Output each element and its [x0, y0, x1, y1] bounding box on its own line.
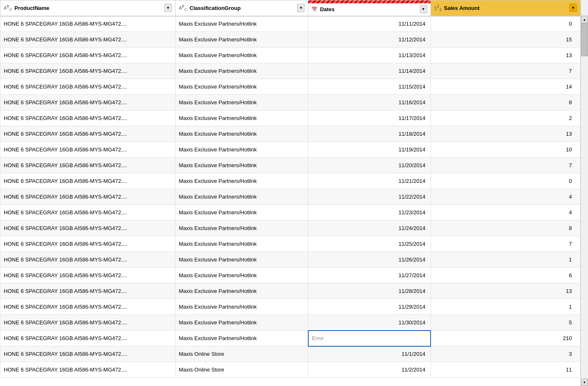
classification-cell: Maxis Exclusive Partners/Hotlink: [175, 205, 308, 221]
table-row: HONE 6 SPACEGRAY 16GB AI586-MYS-MG472...…: [0, 252, 581, 268]
sales-amount-cell: 4: [431, 189, 581, 205]
product-name-cell: HONE 6 SPACEGRAY 16GB AI586-MYS-MG472...…: [0, 110, 176, 126]
product-name-cell: HONE 6 SPACEGRAY 16GB AI586-MYS-MG472...…: [0, 126, 176, 142]
classification-group-label: ClassificationGroup: [190, 5, 241, 11]
table-row: HONE 6 SPACEGRAY 16GB AI586-MYS-MG472...…: [0, 79, 581, 95]
dates-cell: 11/24/2014: [308, 221, 431, 236]
dates-cell: 11/21/2014: [308, 173, 431, 189]
product-name-cell: HONE 6 SPACEGRAY 16GB AI586-MYS-MG472...…: [0, 221, 176, 236]
dates-cell: 11/22/2014: [308, 189, 431, 205]
table-row: HONE 6 SPACEGRAY 16GB AI586-MYS-MG472...…: [0, 299, 581, 315]
classification-cell: Maxis Online Store: [175, 346, 308, 362]
dates-header[interactable]: 📅 Dates ▼: [308, 0, 431, 16]
table-row: HONE 6 SPACEGRAY 16GB AI586-MYS-MG472...…: [0, 221, 581, 236]
classification-cell: Maxis Exclusive Partners/Hotlink: [175, 299, 308, 315]
product-name-cell: HONE 6 SPACEGRAY 16GB AI586-MYS-MG472...…: [0, 158, 176, 173]
classification-cell: Maxis Exclusive Partners/Hotlink: [175, 189, 308, 205]
dates-error-stripe: [308, 0, 430, 3]
product-name-cell: HONE 6 SPACEGRAY 16GB AI586-MYS-MG472...…: [0, 362, 176, 378]
classification-cell: Maxis Exclusive Partners/Hotlink: [175, 283, 308, 299]
dates-cell: 11/16/2014: [308, 95, 431, 110]
sales-amount-cell: 3: [431, 346, 581, 362]
sales-dropdown[interactable]: ▼: [569, 4, 577, 12]
product-name-header[interactable]: ABC ProductName ▼: [0, 0, 176, 16]
sales-amount-cell: 1: [431, 299, 581, 315]
product-name-cell: HONE 6 SPACEGRAY 16GB AI586-MYS-MG472...…: [0, 142, 176, 158]
product-name-cell: HONE 6 SPACEGRAY 16GB AI586-MYS-MG472...…: [0, 32, 176, 48]
dates-cell: 11/27/2014: [308, 268, 431, 283]
classification-cell: Maxis Exclusive Partners/Hotlink: [175, 110, 308, 126]
sales-amount-cell: 1: [431, 252, 581, 268]
data-table: ABC ProductName ▼ ABC ClassificationGrou…: [0, 0, 581, 378]
number-type-icon: 123: [434, 4, 442, 12]
scrollbar-track[interactable]: ▲ ▼: [581, 0, 588, 386]
sales-amount-label: Sales Amount: [444, 5, 479, 11]
table-row: HONE 6 SPACEGRAY 16GB AI586-MYS-MG472...…: [0, 331, 581, 346]
classification-cell: Maxis Exclusive Partners/Hotlink: [175, 331, 308, 346]
dates-cell: 11/18/2014: [308, 126, 431, 142]
classification-cell: Maxis Exclusive Partners/Hotlink: [175, 221, 308, 236]
sales-amount-cell: 10: [431, 142, 581, 158]
product-name-cell: HONE 6 SPACEGRAY 16GB AI586-MYS-MG472...…: [0, 79, 176, 95]
classification-cell: Maxis Exclusive Partners/Hotlink: [175, 95, 308, 110]
table-row: HONE 6 SPACEGRAY 16GB AI586-MYS-MG472...…: [0, 142, 581, 158]
table-row: HONE 6 SPACEGRAY 16GB AI586-MYS-MG472...…: [0, 315, 581, 331]
sales-amount-cell: 13: [431, 48, 581, 63]
dates-cell: 11/29/2014: [308, 299, 431, 315]
sales-amount-cell: 14: [431, 79, 581, 95]
table-row: HONE 6 SPACEGRAY 16GB AI586-MYS-MG472...…: [0, 268, 581, 283]
product-name-cell: HONE 6 SPACEGRAY 16GB AI586-MYS-MG472...…: [0, 315, 176, 331]
classification-cell: Maxis Exclusive Partners/Hotlink: [175, 315, 308, 331]
dates-cell: 11/28/2014: [308, 283, 431, 299]
classification-cell: Maxis Online Store: [175, 362, 308, 378]
dates-cell: 11/19/2014: [308, 142, 431, 158]
sales-amount-cell: 15: [431, 32, 581, 48]
text-type-icon: ABC: [4, 4, 12, 12]
dates-cell: 11/15/2014: [308, 79, 431, 95]
sales-amount-cell: 13: [431, 283, 581, 299]
sales-amount-cell: 7: [431, 158, 581, 173]
table-row: HONE 6 SPACEGRAY 16GB AI586-MYS-MG472...…: [0, 110, 581, 126]
classification-dropdown[interactable]: ▼: [297, 4, 305, 12]
scrollbar-thumb[interactable]: [581, 23, 588, 56]
product-name-cell: HONE 6 SPACEGRAY 16GB AI586-MYS-MG472...…: [0, 252, 176, 268]
table-row: HONE 6 SPACEGRAY 16GB AI586-MYS-MG472...…: [0, 283, 581, 299]
dates-cell: 11/2/2014: [308, 362, 431, 378]
classification-cell: Maxis Exclusive Partners/Hotlink: [175, 79, 308, 95]
sales-amount-cell: 2: [431, 110, 581, 126]
product-name-cell: HONE 6 SPACEGRAY 16GB AI586-MYS-MG472...…: [0, 346, 176, 362]
dates-cell: 11/23/2014: [308, 205, 431, 221]
sales-amount-cell: 0: [431, 173, 581, 189]
table-row: HONE 6 SPACEGRAY 16GB AI586-MYS-MG472...…: [0, 32, 581, 48]
dates-cell: 11/30/2014: [308, 315, 431, 331]
dates-cell: 11/25/2014: [308, 236, 431, 252]
scroll-up-arrow[interactable]: ▲: [581, 16, 588, 23]
product-name-label: ProductName: [14, 5, 50, 11]
product-name-cell: HONE 6 SPACEGRAY 16GB AI586-MYS-MG472...…: [0, 283, 176, 299]
sales-amount-cell: 210: [431, 331, 581, 346]
product-name-cell: HONE 6 SPACEGRAY 16GB AI586-MYS-MG472...…: [0, 16, 176, 32]
scroll-down-arrow[interactable]: ▼: [581, 379, 588, 386]
data-table-container: ABC ProductName ▼ ABC ClassificationGrou…: [0, 0, 588, 386]
product-name-dropdown[interactable]: ▼: [164, 4, 172, 12]
classification-group-header[interactable]: ABC ClassificationGroup ▼: [175, 0, 308, 16]
dates-label: Dates: [320, 6, 334, 12]
dates-cell: 11/13/2014: [308, 48, 431, 63]
error-text: Error: [312, 335, 324, 341]
classification-cell: Maxis Exclusive Partners/Hotlink: [175, 32, 308, 48]
product-name-cell: HONE 6 SPACEGRAY 16GB AI586-MYS-MG472...…: [0, 205, 176, 221]
dates-cell[interactable]: Error: [308, 331, 431, 346]
dates-dropdown[interactable]: ▼: [420, 5, 427, 13]
product-name-cell: HONE 6 SPACEGRAY 16GB AI586-MYS-MG472...…: [0, 63, 176, 79]
product-name-cell: HONE 6 SPACEGRAY 16GB AI586-MYS-MG472...…: [0, 236, 176, 252]
sales-amount-cell: 8: [431, 95, 581, 110]
table-row: HONE 6 SPACEGRAY 16GB AI586-MYS-MG472...…: [0, 95, 581, 110]
table-row: HONE 6 SPACEGRAY 16GB AI586-MYS-MG472...…: [0, 48, 581, 63]
dates-cell: 11/20/2014: [308, 158, 431, 173]
table-row: HONE 6 SPACEGRAY 16GB AI586-MYS-MG472...…: [0, 346, 581, 362]
sales-amount-cell: 8: [431, 221, 581, 236]
classification-cell: Maxis Exclusive Partners/Hotlink: [175, 142, 308, 158]
table-row: HONE 6 SPACEGRAY 16GB AI586-MYS-MG472...…: [0, 189, 581, 205]
sales-amount-header[interactable]: 123 Sales Amount ▼: [431, 0, 581, 16]
sales-amount-cell: 5: [431, 315, 581, 331]
